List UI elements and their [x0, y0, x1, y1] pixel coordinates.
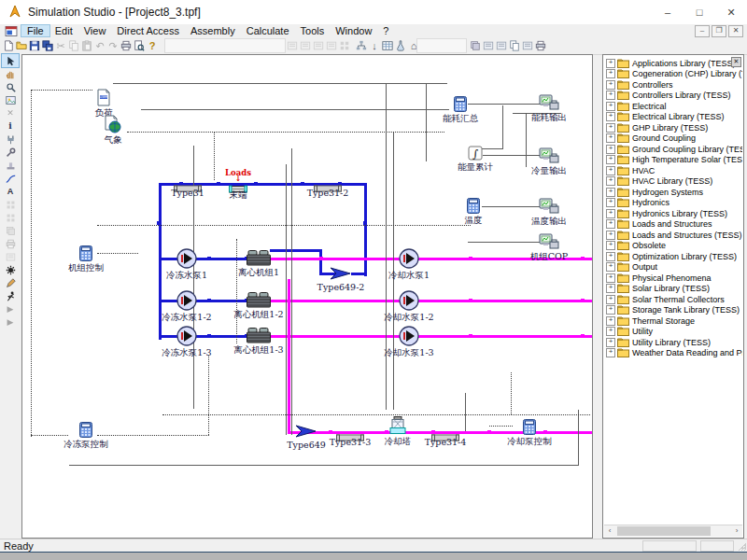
library-item-utility-library-tess[interactable]: +Utility Library (TESS) — [604, 337, 742, 348]
schematic-canvas[interactable]: USER负荷气象机组控制冷冻泵控制Type31末端Type31-2冷冻水泵1离心… — [21, 54, 593, 539]
library-item-ground-coupling-library-tess[interactable]: +Ground Coupling Library (TESS) — [604, 144, 742, 155]
connection-line[interactable] — [162, 414, 590, 415]
connection-line[interactable] — [288, 279, 290, 433]
play-tool-1[interactable]: ▶ — [2, 302, 19, 315]
connection-line[interactable] — [511, 372, 512, 414]
library-item-controllers[interactable]: +Controllers — [604, 79, 742, 91]
connection-line[interactable] — [481, 148, 503, 149]
direct-access-button[interactable] — [355, 39, 368, 53]
panel-horizontal-scrollbar[interactable]: ‹ › — [604, 525, 742, 537]
redo-button[interactable]: ↷ — [106, 39, 120, 53]
expand-icon[interactable]: + — [606, 209, 615, 218]
cut-button[interactable]: ✂ — [54, 39, 67, 53]
connection-line[interactable] — [214, 132, 215, 180]
expand-icon[interactable]: + — [606, 80, 615, 90]
library-item-hvac-library-tess[interactable]: +HVAC Library (TESS) — [604, 176, 742, 188]
library-item-obsolete[interactable]: +Obsolete — [604, 241, 742, 252]
probe-tool[interactable] — [2, 276, 19, 289]
parameter-table-button[interactable] — [381, 39, 394, 53]
library-item-utility[interactable]: +Utility — [604, 327, 742, 338]
connection-line[interactable] — [236, 239, 237, 343]
menu-calculate[interactable]: Calculate — [241, 25, 295, 36]
pan-tool[interactable] — [2, 67, 19, 80]
show-grid-button[interactable] — [469, 39, 482, 53]
connection-line[interactable] — [97, 225, 471, 226]
library-item-thermal-storage[interactable]: +Thermal Storage — [604, 315, 742, 327]
resize-grip[interactable] — [736, 540, 747, 552]
connection-line[interactable] — [319, 249, 322, 275]
library-item-applications-library-tess[interactable]: +Applications Library (TESS) — [604, 58, 742, 69]
expand-icon[interactable]: + — [606, 262, 615, 272]
library-item-ground-coupling[interactable]: +Ground Coupling — [604, 133, 742, 145]
menu-direct-access[interactable]: Direct Access — [111, 25, 185, 36]
menu-assembly[interactable]: Assembly — [185, 25, 241, 36]
menu-tools[interactable]: Tools — [295, 25, 331, 36]
copy-tool[interactable] — [2, 159, 19, 172]
library-item-optimization-library-tess[interactable]: +Optimization Library (TESS) — [604, 251, 742, 262]
library-item-controllers-library-tess[interactable]: +Controllers Library (TESS) — [604, 91, 742, 102]
library-item-electrical-library-tess[interactable]: +Electrical Library (TESS) — [604, 112, 742, 123]
connection-line[interactable] — [97, 435, 209, 436]
connection-line[interactable] — [578, 410, 579, 466]
import-button[interactable]: ↓ — [368, 39, 381, 53]
connection-line[interactable] — [489, 426, 513, 427]
connection-line[interactable] — [31, 90, 32, 437]
run-tool[interactable] — [2, 289, 19, 302]
text-tool[interactable]: A — [2, 185, 19, 198]
fit-width-button[interactable] — [286, 39, 299, 53]
save-all-button[interactable] — [41, 39, 54, 53]
paste-button[interactable] — [80, 39, 93, 53]
expand-icon[interactable]: + — [606, 133, 615, 143]
library-item-high-temperature-solar-tess[interactable]: +High Temperature Solar (TESS) — [604, 155, 742, 166]
expand-icon[interactable]: + — [606, 112, 615, 121]
building-button[interactable]: ⌂ — [407, 39, 420, 53]
connection-line[interactable] — [127, 132, 444, 133]
expand-icon[interactable]: + — [606, 155, 615, 164]
connection-line[interactable] — [270, 300, 593, 302]
expand-icon[interactable]: + — [606, 305, 615, 315]
library-item-hydrogen-systems[interactable]: +Hydrogen Systems — [604, 187, 742, 198]
settings-tool[interactable] — [2, 263, 19, 276]
open-button[interactable] — [15, 39, 28, 53]
expand-icon[interactable]: + — [606, 123, 615, 133]
delete-tool[interactable]: ✕ — [2, 106, 19, 119]
library-item-electrical[interactable]: +Electrical — [604, 101, 742, 112]
select-tool[interactable] — [2, 54, 19, 67]
link-tool[interactable] — [2, 133, 19, 146]
library-item-weather-data-reading-and-process[interactable]: +Weather Data Reading and Process — [604, 348, 742, 359]
print-preview-button[interactable] — [133, 39, 146, 53]
parameter-tool[interactable] — [2, 146, 19, 159]
expand-icon[interactable]: + — [606, 295, 615, 304]
mdi-restore-button[interactable]: ❐ — [712, 25, 726, 37]
connection-line[interactable] — [31, 90, 92, 91]
connection-line[interactable] — [286, 164, 287, 435]
show-io-button[interactable] — [482, 39, 495, 53]
connection-line[interactable] — [113, 83, 447, 84]
menu-file[interactable]: File — [21, 25, 49, 36]
new-button[interactable] — [2, 39, 15, 53]
expand-icon[interactable]: + — [606, 338, 615, 347]
library-item-physical-phenomena[interactable]: +Physical Phenomena — [604, 273, 742, 284]
maximize-button[interactable]: □ — [684, 0, 715, 24]
connection-line[interactable] — [270, 249, 322, 252]
new-component-button[interactable] — [394, 39, 407, 53]
expand-icon[interactable]: + — [606, 166, 615, 175]
expand-icon[interactable]: + — [606, 176, 615, 186]
library-item-hydronics-library-tess[interactable]: +Hydronics Library (TESS) — [604, 208, 742, 219]
resize-button[interactable] — [312, 39, 325, 53]
expand-icon[interactable]: + — [606, 188, 615, 197]
save-button[interactable] — [28, 39, 41, 53]
expand-icon[interactable]: + — [606, 327, 615, 336]
show-lock-button[interactable] — [521, 39, 534, 53]
scroll-thumb[interactable] — [617, 526, 711, 536]
tile-button[interactable] — [338, 39, 351, 53]
minimize-button[interactable]: – — [652, 0, 684, 24]
expand-icon[interactable]: + — [606, 231, 615, 240]
show-links-button[interactable] — [495, 39, 508, 53]
print-area-tool[interactable] — [2, 237, 19, 250]
connection-line[interactable] — [351, 273, 366, 275]
connection-line[interactable] — [270, 335, 593, 338]
library-item-cogeneration-chp-library-tess[interactable]: +Cogeneration (CHP) Library (TESS) — [604, 69, 742, 80]
align-right-tool[interactable] — [2, 211, 19, 224]
connection-tool[interactable] — [2, 172, 19, 185]
